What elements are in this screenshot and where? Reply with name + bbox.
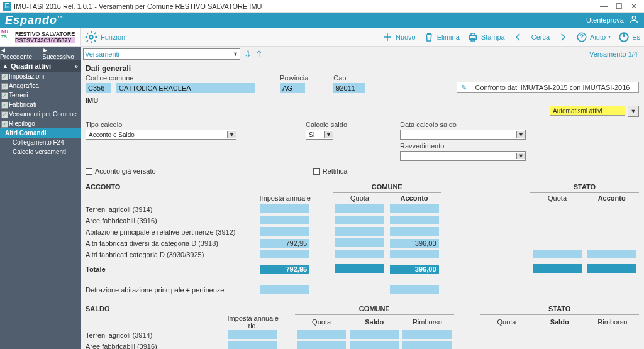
sidebar-item-altri[interactable]: Altri Comandi bbox=[0, 128, 80, 138]
table-cell[interactable] bbox=[402, 330, 452, 339]
nav-bar: ◄ Precedente ► Successivo Versamenti▼ ⇩ … bbox=[0, 47, 644, 60]
sidebar-sub-calcolo[interactable]: Calcolo versamenti bbox=[0, 147, 80, 157]
table-row-label: Aree fabbricabili (3916) bbox=[86, 341, 226, 349]
table-cell[interactable] bbox=[390, 204, 439, 213]
minimize-button[interactable]: — bbox=[596, 1, 611, 12]
sidebar-item-terreni[interactable]: Terreni bbox=[0, 91, 80, 100]
nav-prev[interactable]: ◄ Precedente bbox=[0, 47, 38, 60]
window-title: IMU-TASI 2016 Rel. 1.0.1 - Versamenti pe… bbox=[14, 3, 596, 10]
table-cell[interactable] bbox=[402, 341, 452, 349]
table-cell[interactable] bbox=[297, 330, 346, 339]
col-s-saldo-c: Saldo bbox=[348, 314, 401, 330]
automatismi-field[interactable]: Automatismi attivi bbox=[550, 106, 625, 116]
table-cell[interactable]: 396,00 bbox=[390, 239, 439, 248]
saldo-title: SALDO bbox=[86, 303, 226, 314]
sidebar-item-anagrafica[interactable]: Anagrafica bbox=[0, 81, 80, 91]
table-cell[interactable] bbox=[260, 216, 309, 224]
table-cell[interactable] bbox=[587, 250, 636, 258]
table-cell[interactable] bbox=[260, 250, 309, 258]
rettifica-checkbox[interactable]: Rettifica bbox=[313, 167, 348, 175]
brand-logo: Espando™ bbox=[5, 14, 64, 27]
table-cell[interactable] bbox=[335, 250, 384, 258]
nav-dropdown[interactable]: Versamenti▼ bbox=[83, 48, 240, 60]
ravvedimento-field[interactable]: ▼ bbox=[400, 151, 526, 161]
col-acconto-s: Acconto bbox=[584, 192, 639, 204]
pencil-icon: ✎ bbox=[461, 84, 467, 92]
tipo-calcolo-field[interactable]: Acconto e Saldo▼ bbox=[86, 130, 236, 140]
maximize-button[interactable]: ☐ bbox=[611, 1, 626, 12]
table-cell[interactable] bbox=[297, 341, 346, 349]
saldo-comune-hdr: COMUNE bbox=[295, 303, 454, 314]
close-button[interactable]: ✕ bbox=[626, 1, 641, 12]
elimina-button[interactable]: Elimina bbox=[423, 31, 460, 43]
confronto-button[interactable]: ✎ Confronto dati IMU/TASI-2015 con IMU/T… bbox=[457, 82, 639, 93]
calcolo-saldo-label: Calcolo saldo bbox=[306, 121, 394, 128]
esci-button[interactable]: Es bbox=[618, 31, 640, 43]
funzioni-button[interactable]: Funzioni bbox=[84, 30, 127, 44]
sidebar-item-versamenti[interactable]: Versamenti per Comune bbox=[0, 109, 80, 119]
person-icon: MU TS bbox=[1, 30, 14, 45]
totale-imp: 792,95 bbox=[260, 265, 309, 274]
acconto-stato-hdr: STATO bbox=[530, 181, 639, 192]
codice-label: Codice comune bbox=[86, 74, 255, 82]
comune-field[interactable]: CATTOLICA ERACLEA bbox=[116, 83, 255, 93]
table-cell[interactable] bbox=[335, 238, 384, 247]
brand-bar: Espando™ Utenteprova bbox=[0, 13, 644, 28]
table-cell[interactable] bbox=[390, 216, 439, 224]
cerca-label[interactable]: Cerca bbox=[531, 33, 550, 41]
cap-field[interactable]: 92011 bbox=[333, 83, 365, 93]
data-saldo-field[interactable]: ▼ bbox=[400, 130, 526, 140]
col-quota-c: Quota bbox=[333, 192, 387, 204]
sidebar-header[interactable]: ▲ Quadri attivi » bbox=[0, 60, 80, 72]
table-cell[interactable]: 792,95 bbox=[260, 239, 309, 248]
table-row-label: Altri fabbricati categoria D (3930/3925) bbox=[86, 249, 258, 260]
cerca-prev-button[interactable] bbox=[513, 31, 524, 43]
col-s-quota-c: Quota bbox=[295, 314, 348, 330]
table-cell[interactable] bbox=[260, 227, 309, 236]
codice-field[interactable]: C356 bbox=[86, 83, 111, 93]
person-name: RESTIVO SALVATORE bbox=[15, 31, 75, 37]
sidebar-item-fabbricati[interactable]: Fabbricati bbox=[0, 100, 80, 109]
totale-ca: 396,00 bbox=[390, 265, 439, 274]
user-icon[interactable] bbox=[629, 14, 639, 26]
cerca-next-button[interactable] bbox=[557, 31, 569, 43]
sidebar-sub-f24[interactable]: Collegamento F24 bbox=[0, 138, 80, 147]
svg-point-1 bbox=[89, 35, 93, 39]
table-row-label: Terreni agricoli (3914) bbox=[86, 204, 258, 215]
automatismi-dropdown[interactable]: ▼ bbox=[628, 106, 639, 117]
provincia-label: Provincia bbox=[280, 74, 308, 82]
calcolo-saldo-field[interactable]: SI▼ bbox=[306, 130, 333, 140]
acconto-comune-hdr: COMUNE bbox=[333, 181, 441, 192]
table-cell[interactable] bbox=[335, 227, 384, 236]
record-counter: Versamento 1/4 bbox=[589, 50, 641, 58]
acconto-versato-checkbox[interactable]: Acconto già versato bbox=[86, 167, 156, 175]
table-cell[interactable] bbox=[390, 227, 439, 236]
table-cell[interactable] bbox=[335, 204, 384, 213]
table-cell[interactable] bbox=[335, 216, 384, 224]
saldo-stato-hdr: STATO bbox=[480, 303, 639, 314]
detrazione-label: Detrazione abitazione principale + perti… bbox=[86, 284, 258, 296]
table-cell[interactable] bbox=[350, 330, 399, 339]
nav-up-icon[interactable]: ⇧ bbox=[255, 49, 263, 59]
sidebar-item-impostazioni[interactable]: Impostazioni bbox=[0, 72, 80, 81]
table-cell[interactable] bbox=[228, 341, 277, 349]
col-imposta: Imposta annuale bbox=[258, 192, 313, 204]
provincia-field[interactable]: AG bbox=[280, 83, 305, 93]
sidebar-item-riepilogo[interactable]: Riepilogo bbox=[0, 119, 80, 128]
col-s-quota-s: Quota bbox=[480, 314, 533, 330]
nav-next[interactable]: ► Successivo bbox=[42, 47, 80, 60]
table-cell[interactable] bbox=[390, 250, 439, 258]
svg-rect-3 bbox=[471, 33, 475, 36]
stampa-button[interactable]: Stampa bbox=[467, 31, 505, 43]
nav-down-icon[interactable]: ⇩ bbox=[244, 49, 252, 59]
aiuto-button[interactable]: Aiuto▾ bbox=[576, 31, 611, 43]
table-cell[interactable] bbox=[228, 330, 277, 339]
totale-sq bbox=[533, 264, 582, 273]
detrazione-ca[interactable] bbox=[390, 285, 439, 294]
table-cell[interactable] bbox=[350, 341, 399, 349]
col-s-saldo-s: Saldo bbox=[533, 314, 586, 330]
nuovo-button[interactable]: Nuovo bbox=[382, 31, 416, 43]
detrazione-imp[interactable] bbox=[260, 285, 309, 294]
table-cell[interactable] bbox=[260, 204, 309, 213]
table-cell[interactable] bbox=[533, 250, 582, 258]
